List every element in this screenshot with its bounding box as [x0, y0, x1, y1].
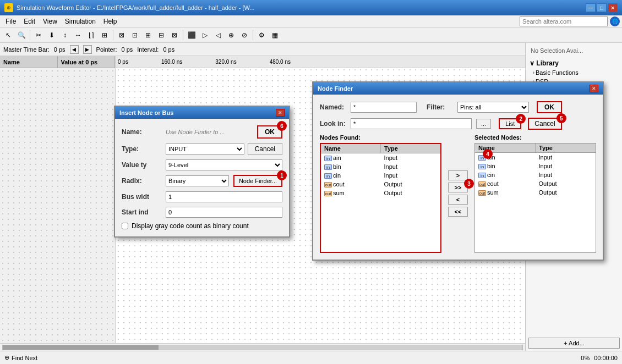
interval-label: Interval: [137, 46, 159, 53]
tool-btn-11[interactable]: ⊞ [142, 29, 154, 41]
tool-btn-14[interactable]: ⬛ [185, 29, 198, 41]
tool-btn-8[interactable]: ⊞ [99, 29, 111, 41]
status-bar: ⊕ Find Next 0% 00:00:00 [0, 351, 622, 364]
waveform-rows [0, 68, 115, 343]
master-time-label: Master Time Bar: [3, 46, 50, 53]
time-value: 00:00:00 [594, 355, 618, 361]
tool-btn-9[interactable]: ⊠ [116, 29, 128, 41]
zoom-tool-button[interactable]: 🔍 [15, 29, 28, 41]
menu-file[interactable]: File [2, 16, 19, 26]
waveform-header: Name Value at 0 ps [0, 56, 115, 68]
find-next-button[interactable]: ⊕ Find Next [4, 354, 37, 361]
library-title[interactable]: ∨ Library [528, 58, 620, 68]
title-bar: ⊕ Simulation Waveform Editor - E:/IntelF… [0, 0, 622, 15]
library-item-label-2: DSP [536, 78, 548, 85]
nav-prev-button[interactable]: ◀ [70, 45, 79, 54]
tool-btn-15[interactable]: ▷ [199, 29, 211, 41]
right-panel: No Selection Avai... ∨ Library › Basic F… [526, 43, 622, 351]
select-tool-button[interactable]: ↖ [2, 29, 14, 41]
add-button[interactable]: + Add... [528, 338, 620, 349]
tool-btn-20[interactable]: ▦ [269, 29, 281, 41]
tool-btn-18[interactable]: ⊘ [238, 29, 250, 41]
col-value-header: Value at 0 ps [58, 56, 116, 68]
no-selection-text: No Selection Avai... [528, 45, 620, 56]
col-name-header: Name [0, 56, 58, 68]
pointer-value: 0 ps [121, 46, 133, 53]
tool-btn-4[interactable]: ⬇ [46, 29, 58, 41]
h-scrollbar[interactable] [2, 345, 523, 350]
chevron-right-icon-3: › [533, 87, 534, 93]
tool-btn-5[interactable]: ↕ [59, 29, 71, 41]
timeline-header: 0 ps 160.0 ns 320.0 ns 480.0 ns [116, 56, 525, 68]
tool-btn-6[interactable]: ↔ [72, 29, 84, 41]
search-input[interactable] [520, 16, 608, 26]
waveform-editor: Master Time Bar: 0 ps ◀ ▶ Pointer: 0 ps … [0, 43, 526, 351]
time-mark-0: 0 ps [118, 59, 128, 65]
menu-bar: File Edit View Simulation Help 🌐 [0, 15, 622, 27]
library-section: ∨ Library › Basic Functions › DSP › Inte… [528, 58, 620, 95]
main-window: ⊕ Simulation Waveform Editor - E:/IntelF… [0, 0, 622, 364]
title-bar-left: ⊕ Simulation Waveform Editor - E:/IntelF… [4, 3, 254, 12]
window-title: Simulation Waveform Editor - E:/IntelFPG… [17, 4, 254, 11]
chevron-right-icon: › [533, 70, 534, 75]
search-bar: 🌐 [520, 16, 620, 26]
tool-btn-13[interactable]: ⊠ [168, 29, 181, 41]
toolbar: ↖ 🔍 ✂ ⬇ ↕ ↔ ⌊⌉ ⊞ ⊠ ⊡ ⊞ ⊟ ⊠ ⬛ ▷ ◁ ⊕ ⊘ ⚙ ▦ [0, 27, 622, 43]
tool-btn-7[interactable]: ⌊⌉ [85, 29, 97, 41]
waveform-left-panel: Name Value at 0 ps [0, 56, 116, 343]
pointer-label: Pointer: [96, 46, 117, 53]
chevron-right-icon-2: › [533, 79, 534, 84]
tool-btn-16[interactable]: ◁ [212, 29, 224, 41]
title-controls: ─ □ ✕ [586, 3, 618, 12]
library-item-basic-functions[interactable]: › Basic Functions [528, 68, 620, 77]
find-next-label: Find Next [12, 355, 37, 361]
maximize-button[interactable]: □ [597, 3, 607, 12]
time-bar: Master Time Bar: 0 ps ◀ ▶ Pointer: 0 ps … [0, 43, 525, 56]
menu-view[interactable]: View [40, 16, 61, 26]
toolbar-sep-4 [253, 30, 253, 40]
close-button[interactable]: ✕ [608, 3, 618, 12]
tool-btn-17[interactable]: ⊕ [225, 29, 237, 41]
menu-edit[interactable]: Edit [20, 16, 39, 26]
library-item-label-3: Interface Protocol [536, 87, 583, 93]
h-scroll-thumb [3, 345, 159, 350]
tool-btn-10[interactable]: ⊡ [129, 29, 141, 41]
toolbar-sep-3 [183, 30, 183, 40]
library-item-dsp[interactable]: › DSP [528, 77, 620, 86]
library-item-label: Basic Functions [536, 69, 579, 76]
time-mark-2: 320.0 ns [215, 59, 236, 65]
toolbar-sep-2 [113, 30, 113, 40]
app-icon: ⊕ [4, 3, 13, 12]
waveform-timeline: 0 ps 160.0 ns 320.0 ns 480.0 ns [116, 56, 525, 343]
content-area: Master Time Bar: 0 ps ◀ ▶ Pointer: 0 ps … [0, 43, 622, 351]
chevron-down-icon: ∨ [530, 59, 536, 67]
menu-simulation[interactable]: Simulation [62, 16, 99, 26]
waveform-content: Name Value at 0 ps 0 ps 160.0 ns 320.0 n… [0, 56, 525, 343]
nav-next-button[interactable]: ▶ [83, 45, 92, 54]
tool-btn-12[interactable]: ⊟ [155, 29, 167, 41]
progress-value: 0% [581, 355, 590, 361]
tool-btn-19[interactable]: ⚙ [255, 29, 268, 41]
master-time-value: 0 ps [54, 46, 66, 53]
find-next-icon: ⊕ [4, 354, 9, 361]
interval-value: 0 ps [163, 46, 174, 53]
library-label: Library [536, 59, 559, 67]
library-item-interface[interactable]: › Interface Protocol [528, 86, 620, 95]
toolbar-sep-1 [30, 30, 30, 40]
scroll-area [0, 343, 525, 351]
time-mark-1: 160.0 ns [161, 59, 182, 65]
tool-btn-3[interactable]: ✂ [32, 29, 45, 41]
globe-icon: 🌐 [610, 16, 620, 26]
minimize-button[interactable]: ─ [586, 3, 596, 12]
menu-help[interactable]: Help [100, 16, 121, 26]
time-mark-3: 480.0 ns [270, 59, 291, 65]
